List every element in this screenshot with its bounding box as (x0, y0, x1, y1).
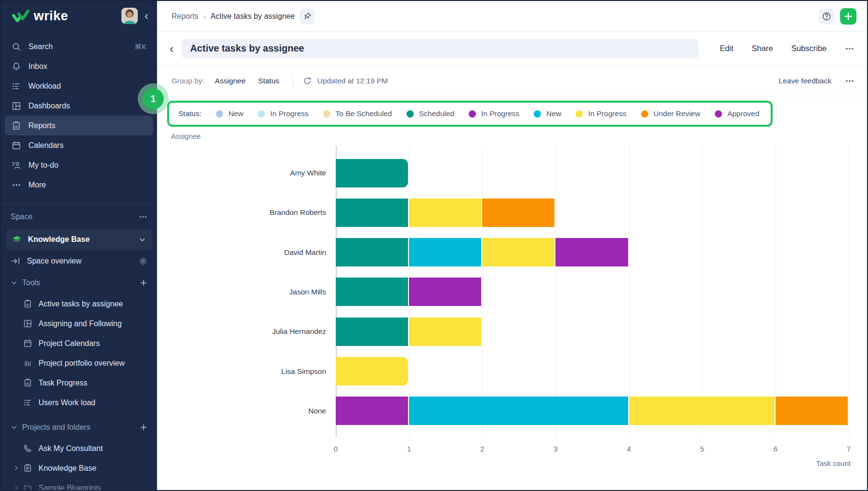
legend-item[interactable]: New (216, 109, 243, 118)
share-button[interactable]: Share (752, 44, 773, 53)
group-by-status[interactable]: Status (258, 77, 279, 85)
tools-header-label: Tools (22, 279, 40, 287)
x-axis-tick-label: 3 (553, 445, 557, 453)
add-new-button[interactable] (840, 8, 856, 25)
chart-bar-segment[interactable] (336, 278, 408, 306)
toolbar-divider (293, 75, 293, 87)
sidebar-item-my-to-do[interactable]: My to-do (5, 155, 153, 175)
wrike-app-window: wrike ‹ Search⌘KInboxWorkloadDashboardsR… (0, 0, 868, 491)
workload-icon (12, 81, 21, 91)
sidebar-item-reports[interactable]: Reports (5, 116, 153, 135)
sidebar-item-active-tasks-by-assignee[interactable]: Active tasks by assignee (1, 294, 157, 314)
subscribe-button[interactable]: Subscribe (791, 44, 827, 53)
group-by-assignee[interactable]: Assignee (215, 77, 246, 85)
chart-bar-segment[interactable] (336, 397, 408, 425)
chart-bar-segment[interactable] (482, 199, 554, 227)
chart-bar-segment[interactable] (336, 159, 408, 187)
legend-items: NewIn ProgressTo Be ScheduledScheduledIn… (216, 109, 759, 118)
sidebar-item-label: Active tasks by assignee (39, 300, 123, 308)
calendar-icon (12, 141, 21, 150)
chart-bar-segment[interactable] (409, 318, 481, 346)
breadcrumb-reports-link[interactable]: Reports (171, 12, 198, 21)
legend-item[interactable]: To Be Scheduled (323, 109, 392, 118)
x-axis-tick-label: 7 (847, 445, 851, 453)
sidebar-item-more[interactable]: More (5, 175, 153, 195)
legend-item[interactable]: New (534, 109, 561, 118)
more-actions-icon[interactable] (845, 44, 855, 53)
dashboards-icon (23, 319, 32, 328)
chart-bar-segment[interactable] (409, 238, 481, 266)
sidebar-item-assigning-and-following[interactable]: Assigning and Following (1, 314, 157, 333)
sidebar-item-users-work-load[interactable]: Users Work load (1, 393, 157, 412)
pin-button[interactable] (300, 9, 315, 24)
plus-icon[interactable] (140, 279, 147, 287)
sidebar-item-knowledge-base[interactable]: Knowledge Base (1, 458, 157, 478)
toolbar-more-icon[interactable] (845, 76, 855, 86)
chart-bar-segment[interactable] (409, 278, 481, 306)
chart-bar-segment[interactable] (482, 238, 554, 266)
legend-item[interactable]: In Progress (469, 109, 519, 118)
chart-gridline (849, 146, 849, 437)
legend-item[interactable]: Scheduled (407, 109, 454, 118)
sidebar-item-sample-blueprints[interactable]: Sample Blueprints (1, 478, 157, 490)
chart-plot: 01234567Amy WhiteBrandon RobertsDavid Ma… (336, 146, 849, 437)
sidebar-item-label: My to-do (28, 161, 58, 170)
sidebar-item-search[interactable]: Search⌘K (5, 37, 153, 56)
legend-item-label: Under Review (654, 109, 700, 118)
legend-item[interactable]: Under Review (641, 109, 700, 118)
chart-bar-segment[interactable] (555, 238, 628, 266)
chart-bar-segment[interactable] (629, 397, 775, 425)
chart-bar-segment[interactable] (409, 397, 628, 425)
legend-item[interactable]: In Progress (258, 109, 308, 118)
user-avatar[interactable] (121, 8, 138, 24)
gear-icon[interactable] (139, 257, 147, 265)
sidebar-item-calendars[interactable]: Calendars (5, 135, 153, 155)
legend-item-label: New (546, 109, 561, 118)
sidebar-item-label: Assigning and Following (39, 319, 122, 328)
chart-bar-segment[interactable] (336, 199, 408, 227)
sidebar-item-project-calendars[interactable]: Project Calendars (1, 333, 157, 353)
chevron-down-icon (139, 236, 146, 243)
space-section-header: Space (1, 205, 157, 229)
sidebar-item-inbox[interactable]: Inbox (5, 56, 153, 76)
portfolio-icon (23, 358, 32, 368)
space-selector[interactable]: Knowledge Base (6, 229, 152, 250)
projects-section-header[interactable]: Projects and folders (1, 416, 157, 438)
report-title-field[interactable]: Active tasks by assignee (182, 39, 699, 58)
chevron-right-icon[interactable] (13, 465, 19, 471)
tools-list: Active tasks by assigneeAssigning and Fo… (1, 294, 157, 412)
chart-bar-row: Julia Hernandez (336, 318, 849, 346)
chart-bar-segment[interactable] (409, 199, 481, 227)
legend-item[interactable]: Approved (715, 109, 759, 118)
sidebar-logo-row: wrike ‹ (1, 1, 157, 31)
chart-category-label: David Martin (201, 248, 326, 257)
back-button[interactable]: ‹ (170, 42, 174, 55)
x-axis-tick-label: 5 (700, 445, 704, 453)
chart-bar-segment[interactable] (336, 357, 408, 385)
chart-bar-segment[interactable] (336, 318, 408, 346)
sidebar-item-workload[interactable]: Workload (5, 76, 153, 96)
collapse-sidebar-icon[interactable]: ‹ (145, 10, 148, 22)
sidebar-item-label: Project Calendars (39, 339, 100, 348)
search-icon (12, 42, 21, 52)
sidebar-item-ask-my-consultant[interactable]: Ask My Consultant (1, 438, 157, 458)
clipboard-icon (23, 464, 32, 473)
sidebar-item-task-progress[interactable]: Task Progress (1, 373, 157, 393)
enter-arrow-icon (11, 256, 20, 266)
chart-bar-segment[interactable] (336, 238, 408, 266)
chevron-right-icon[interactable] (13, 485, 19, 490)
edit-button[interactable]: Edit (720, 44, 733, 53)
tools-section-header[interactable]: Tools (1, 272, 157, 294)
leave-feedback-link[interactable]: Leave feedback (779, 77, 831, 85)
sidebar-item-label: Task Progress (39, 379, 87, 387)
legend-item[interactable]: In Progress (576, 109, 626, 118)
sidebar-item-dashboards[interactable]: Dashboards (5, 96, 153, 116)
help-button[interactable] (819, 9, 834, 24)
space-more-icon[interactable] (139, 212, 147, 221)
plus-icon[interactable] (140, 424, 147, 431)
chart-bar-segment[interactable] (776, 397, 848, 425)
refresh-icon[interactable] (303, 77, 312, 85)
sidebar-item-project-portfolio-overview[interactable]: Project portfolio overview (1, 353, 157, 373)
sidebar-item-space-overview[interactable]: Space overview (1, 250, 157, 272)
chart-x-axis-title: Task count (816, 459, 851, 467)
